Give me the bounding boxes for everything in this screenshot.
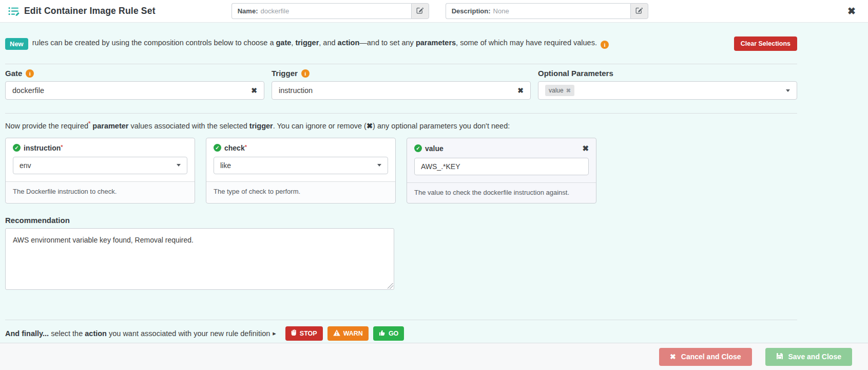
new-badge: New [5,38,28,50]
parameter-cards: ✓ instruction * env The Dockerfile instr… [5,138,797,203]
cancel-x-icon: ✖ [670,353,676,361]
trigger-column: Trigger i instruction ✖ [272,69,531,100]
parameter-card-check: ✓ check * like The type of check to perf… [206,138,396,203]
parameter-card-instruction: ✓ instruction * env The Dockerfile instr… [5,138,195,203]
required-asterisk: * [61,144,63,150]
resize-handle[interactable] [388,283,393,289]
intro-banner: New rules can be created by using the co… [5,36,797,51]
cancel-and-close-button[interactable]: ✖ Cancel and Close [659,348,751,366]
warn-action-button[interactable]: WARN [327,326,369,341]
description-field-group: Description: None [446,3,648,19]
description-field-value: None [493,7,509,15]
card-help-text: The type of check to perform. [206,181,395,202]
pencil-square-icon [635,7,643,15]
gate-label: Gate i [5,69,264,78]
stop-action-button[interactable]: STOP [285,326,323,341]
thumbs-up-icon [379,329,385,338]
warning-triangle-icon [333,329,340,338]
divider [5,113,797,114]
card-help-text: The Dockerfile instruction to check. [6,181,195,202]
action-row: And finally... select the action you wan… [5,326,797,341]
info-icon: i [601,41,609,49]
optional-parameters-column: Optional Parameters value ✖ [538,69,797,100]
instruction-select[interactable]: env [13,157,187,174]
optional-parameters-label: Optional Parameters [538,69,797,78]
pointer-icon: ▸ [273,329,276,337]
card-help-text: The value to check the dockerfile instru… [407,182,596,203]
page-title: Edit Container Image Rule Set [24,6,156,16]
divider [5,64,797,64]
check-circle-icon: ✓ [414,144,422,152]
recommendation-textarea[interactable]: AWS environment variable key found, Remo… [5,228,394,290]
card-title: ✓ instruction * [13,144,187,152]
parameter-tag: value ✖ [545,85,574,96]
chevron-down-icon [177,164,181,166]
action-row-text: And finally... select the action you wan… [5,329,270,338]
divider [5,320,797,320]
required-asterisk: * [88,120,90,126]
save-and-close-button[interactable]: Save and Close [765,348,853,366]
pencil-square-icon [416,7,423,15]
modal-footer: ✖ Cancel and Close Save and Close [0,343,868,370]
description-field-label: Description: [452,7,491,15]
edit-description-button[interactable] [630,3,648,19]
value-input[interactable] [414,158,589,175]
remove-parameter-icon[interactable]: ✖ [582,144,589,153]
clear-selections-button[interactable]: Clear Selections [734,36,797,51]
info-icon: i [301,69,310,78]
name-field-label: Name: [238,7,258,15]
go-action-button[interactable]: GO [373,326,404,341]
recommendation-label: Recommendation [5,216,797,225]
parameters-intro-text: Now provide the required* parameter valu… [5,120,797,130]
remove-tag-icon[interactable]: ✖ [566,87,571,94]
modal-header: Edit Container Image Rule Set Name: dock… [0,0,868,23]
save-disk-icon [776,353,783,361]
name-field-value: dockerfile [260,7,289,15]
rule-set-edit-icon [8,6,20,16]
hand-stop-icon [291,329,297,338]
parameter-card-value: ✓ value ✖ The value to check the dockerf… [407,138,596,203]
modal-body: New rules can be created by using the co… [0,23,868,343]
name-field[interactable]: Name: dockerfile [232,3,411,19]
trigger-label: Trigger i [272,69,531,78]
gate-select[interactable]: dockerfile ✖ [5,81,264,100]
close-icon[interactable]: ✖ [847,6,856,16]
clear-trigger-icon[interactable]: ✖ [517,86,524,95]
card-title: ✓ check * [214,144,388,152]
description-field[interactable]: Description: None [446,3,630,19]
card-title: ✓ value ✖ [414,144,589,153]
check-circle-icon: ✓ [214,144,221,152]
chevron-down-icon [377,164,381,166]
trigger-select-value: instruction [279,86,517,95]
clear-gate-icon[interactable]: ✖ [251,86,257,95]
edit-name-button[interactable] [411,3,429,19]
chevron-down-icon [786,89,790,92]
check-select[interactable]: like [214,157,388,174]
parameter-tag-label: value [549,87,564,94]
info-icon: i [26,69,34,78]
required-asterisk: * [245,144,247,150]
trigger-select[interactable]: instruction ✖ [272,81,531,100]
name-field-group: Name: dockerfile [232,3,429,19]
gate-column: Gate i dockerfile ✖ [5,69,264,100]
instruction-select-value: env [20,161,31,170]
check-circle-icon: ✓ [13,144,21,152]
gate-select-value: dockerfile [12,86,251,95]
banner-text: rules can be created by using the compos… [32,39,609,49]
optional-parameters-multiselect[interactable]: value ✖ [538,81,797,100]
composition-controls: Gate i dockerfile ✖ Trigger i instructio… [5,69,797,100]
check-select-value: like [220,161,231,170]
